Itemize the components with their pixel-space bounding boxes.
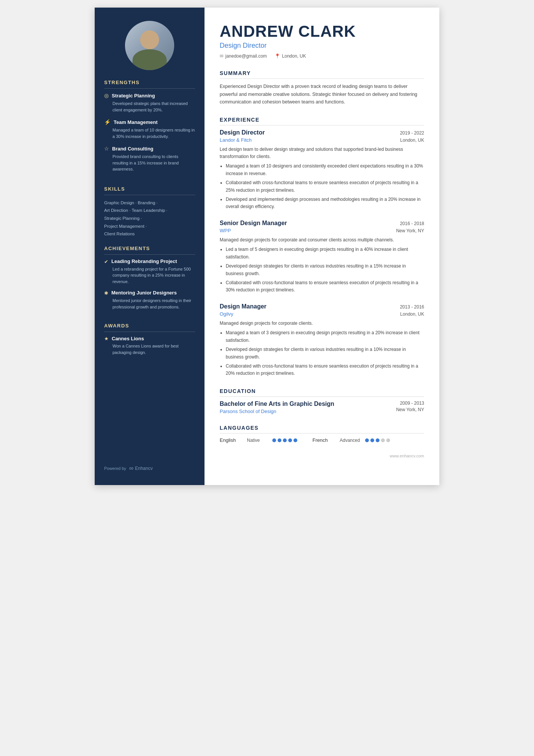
skill-5: Client Relations bbox=[104, 230, 195, 238]
strength-desc-1: Developed strategic plans that increased… bbox=[104, 100, 195, 113]
achievement-title-2: Mentoring Junior Designers bbox=[111, 290, 177, 296]
skills-title: SKILLS bbox=[104, 186, 195, 195]
achievement-item-1: ✔ Leading Rebranding Project Led a rebra… bbox=[104, 258, 195, 285]
target-icon: ◎ bbox=[104, 92, 109, 99]
exp-company-row-1: Landor & Fitch London, UK bbox=[220, 137, 424, 143]
exp-bullet-3-2: Developed design strategies for clients … bbox=[226, 346, 424, 361]
exp-company-row-2: WPP New York, NY bbox=[220, 228, 424, 233]
skill-1: Graphic Design · Branding · bbox=[104, 199, 195, 207]
lang-dots-english bbox=[272, 438, 297, 442]
dot-4 bbox=[288, 438, 292, 442]
edu-left: Bachelor of Fine Arts in Graphic Design … bbox=[220, 401, 396, 414]
dot-f3 bbox=[376, 438, 379, 442]
languages-title: LANGUAGES bbox=[220, 425, 424, 434]
exp-bullets-2: Led a team of 5 designers in executing d… bbox=[220, 246, 424, 294]
name-section: ANDREW CLARK Design Director ✉ janedoe@g… bbox=[220, 23, 424, 59]
exp-company-row-3: Ogilvy London, UK bbox=[220, 311, 424, 317]
strength-desc-3: Provided brand consulting to clients res… bbox=[104, 153, 195, 172]
exp-location-1: London, UK bbox=[400, 138, 424, 143]
dot-1 bbox=[272, 438, 276, 442]
dot-3 bbox=[283, 438, 287, 442]
exp-bullet-1-3: Developed and implemented design process… bbox=[226, 196, 424, 211]
exp-desc-1: Led design team to deliver design strate… bbox=[220, 146, 424, 160]
lang-item-english: English Native bbox=[220, 437, 297, 443]
exp-bullet-2-1: Led a team of 5 designers in executing d… bbox=[226, 246, 424, 261]
exp-dates-2: 2016 - 2018 bbox=[400, 221, 424, 226]
lang-dots-french bbox=[365, 438, 390, 442]
contact-row: ✉ janedoe@gmail.com 📍 London, UK bbox=[220, 53, 424, 59]
main-footer: www.enhancv.com bbox=[220, 454, 424, 458]
education-title: EDUCATION bbox=[220, 388, 424, 397]
exp-location-3: London, UK bbox=[400, 311, 424, 317]
achievements-title: ACHIEVEMENTS bbox=[104, 246, 195, 255]
achievement-title-1: Leading Rebranding Project bbox=[111, 258, 177, 264]
dot-f5 bbox=[386, 438, 390, 442]
achievement-item-2: ✱ Mentoring Junior Designers Mentored ju… bbox=[104, 290, 195, 310]
exp-company-2: WPP bbox=[220, 228, 231, 233]
edu-right: 2009 - 2013 New York, NY bbox=[396, 401, 424, 412]
strength-title-1: Strategic Planning bbox=[112, 93, 155, 99]
sidebar-footer: Powered by ∞ Enhancv bbox=[95, 459, 205, 474]
lang-level-french: Advanced bbox=[340, 438, 361, 443]
enhancv-logo: ∞ Enhancv bbox=[129, 465, 153, 472]
exp-bullet-1-1: Managed a team of 10 designers and consi… bbox=[226, 163, 424, 178]
strength-title-3: Brand Consulting bbox=[112, 146, 153, 152]
email-value: janedoe@gmail.com bbox=[225, 53, 267, 59]
exp-desc-2: Managed design projects for corporate an… bbox=[220, 236, 424, 244]
exp-entry-2: Senior Design Manager 2016 - 2018 WPP Ne… bbox=[220, 220, 424, 294]
website-url: www.enhancv.com bbox=[390, 454, 424, 458]
avatar bbox=[125, 21, 174, 70]
languages-row: English Native French Advanced bbox=[220, 437, 424, 443]
enhancv-brand: Enhancv bbox=[135, 466, 153, 471]
awards-title: AWARDS bbox=[104, 323, 195, 332]
exp-desc-3: Managed design projects for corporate cl… bbox=[220, 320, 424, 327]
location-icon: 📍 bbox=[275, 53, 280, 59]
strength-header-1: ◎ Strategic Planning bbox=[104, 92, 195, 99]
exp-bullet-2-2: Developed design strategies for clients … bbox=[226, 263, 424, 278]
full-name: ANDREW CLARK bbox=[220, 23, 424, 40]
lightning-icon: ⚡ bbox=[104, 119, 111, 125]
languages-section: LANGUAGES English Native French Advance bbox=[220, 425, 424, 443]
achievement-header-1: ✔ Leading Rebranding Project bbox=[104, 258, 195, 265]
edu-degree: Bachelor of Fine Arts in Graphic Design bbox=[220, 401, 396, 407]
achievement-header-2: ✱ Mentoring Junior Designers bbox=[104, 290, 195, 296]
exp-role-2: Senior Design Manager bbox=[220, 220, 287, 227]
strength-title-2: Team Management bbox=[114, 119, 158, 125]
email-icon: ✉ bbox=[220, 53, 223, 59]
achievement-desc-2: Mentored junior designers resulting in t… bbox=[104, 297, 195, 310]
strength-item-3: ☆ Brand Consulting Provided brand consul… bbox=[104, 146, 195, 172]
lang-level-english: Native bbox=[247, 438, 268, 443]
edu-entry: Bachelor of Fine Arts in Graphic Design … bbox=[220, 401, 424, 414]
skill-2: Art Direction · Team Leadership · bbox=[104, 207, 195, 214]
checkmark-icon: ✔ bbox=[104, 259, 108, 265]
exp-dates-1: 2019 - 2022 bbox=[400, 130, 424, 136]
summary-title: SUMMARY bbox=[220, 70, 424, 79]
skill-4: Project Management · bbox=[104, 222, 195, 230]
education-section: EDUCATION Bachelor of Fine Arts in Graph… bbox=[220, 388, 424, 414]
sidebar: STRENGTHS ◎ Strategic Planning Developed… bbox=[95, 8, 205, 485]
enhancv-icon: ∞ bbox=[129, 465, 133, 472]
lang-name-french: French bbox=[312, 437, 335, 443]
summary-section: SUMMARY Experienced Design Director with… bbox=[220, 70, 424, 106]
lang-item-french: French Advanced bbox=[312, 437, 390, 443]
avatar-section bbox=[95, 8, 205, 80]
skill-3: Strategic Planning · bbox=[104, 214, 195, 222]
exp-role-3: Design Manager bbox=[220, 303, 267, 310]
exp-bullets-3: Managed a team of 3 designers in executi… bbox=[220, 329, 424, 377]
edu-location: New York, NY bbox=[396, 407, 424, 412]
exp-location-2: New York, NY bbox=[396, 228, 424, 233]
star-outline-icon: ☆ bbox=[104, 146, 109, 152]
exp-role-1: Design Director bbox=[220, 129, 265, 136]
exp-header-row-3: Design Manager 2013 - 2016 bbox=[220, 303, 424, 310]
skills-list: Graphic Design · Branding · Art Directio… bbox=[104, 199, 195, 238]
location-value: London, UK bbox=[282, 53, 306, 59]
exp-entry-1: Design Director 2019 - 2022 Landor & Fit… bbox=[220, 129, 424, 211]
mentor-icon: ✱ bbox=[104, 290, 108, 296]
exp-bullet-2-3: Collaborated with cross-functional teams… bbox=[226, 279, 424, 294]
strength-header-3: ☆ Brand Consulting bbox=[104, 146, 195, 152]
strength-desc-2: Managed a team of 10 designers resulting… bbox=[104, 127, 195, 139]
location-contact: 📍 London, UK bbox=[275, 53, 306, 59]
edu-dates: 2009 - 2013 bbox=[396, 401, 424, 406]
exp-bullet-3-1: Managed a team of 3 designers in executi… bbox=[226, 329, 424, 344]
dot-5 bbox=[294, 438, 297, 442]
